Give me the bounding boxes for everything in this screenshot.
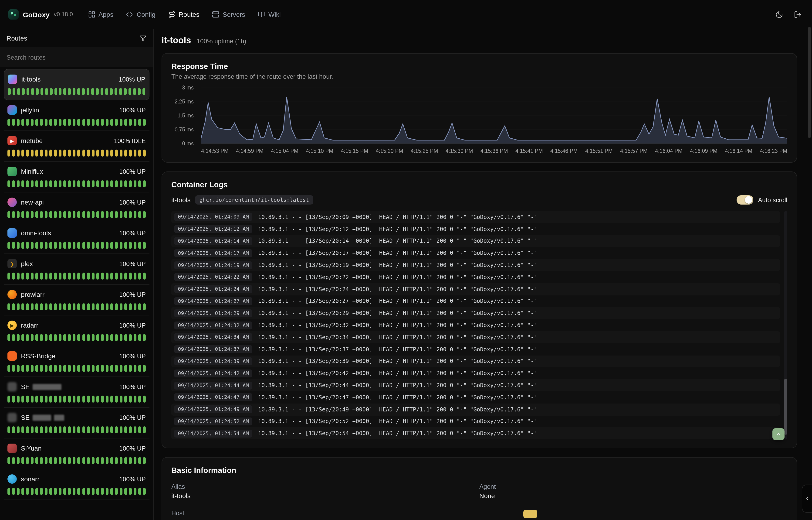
route-item-prowlarr[interactable]: prowlarr 100% UP	[4, 285, 149, 315]
uptime-bar	[115, 119, 117, 126]
route-name: jellyfin	[21, 106, 39, 114]
uptime-bar	[63, 119, 66, 126]
uptime-bar	[54, 396, 57, 402]
log-scrollbar[interactable]	[784, 211, 787, 439]
log-message: 10.89.3.1 - - [13/Sep/20:52 +0000] "HEAD…	[258, 418, 537, 425]
route-item-omni-tools[interactable]: omni-tools 100% UP	[4, 223, 149, 254]
log-row: 09/14/2025, 01:24:29 AM 10.89.3.1 - - [1…	[171, 307, 780, 319]
uptime-bar	[78, 150, 80, 157]
uptime-bar	[50, 119, 52, 126]
route-status-badge: 100% IDLE	[114, 137, 146, 144]
route-name: new-api	[21, 199, 44, 206]
route-uptime-bars	[7, 365, 146, 372]
redacted-text	[32, 414, 51, 420]
uptime-bar	[63, 488, 66, 495]
x-tick-label: 4:15:10 PM	[306, 148, 333, 154]
log-row: 09/14/2025, 01:24:34 AM 10.89.3.1 - - [1…	[171, 331, 780, 343]
uptime-bar	[129, 488, 132, 495]
nav-item-wiki[interactable]: Wiki	[258, 11, 281, 18]
theme-toggle-button[interactable]	[775, 10, 783, 19]
uptime-bar	[21, 488, 24, 495]
uptime-bar	[124, 334, 127, 341]
scroll-top-button[interactable]	[773, 428, 785, 440]
collapse-panel-tab[interactable]	[802, 485, 812, 513]
filter-button[interactable]	[140, 35, 147, 42]
uptime-bar	[26, 488, 29, 495]
uptime-bar	[31, 272, 33, 280]
route-item-miniflux[interactable]: Miniflux 100% UP	[4, 162, 149, 192]
uptime-bar	[59, 365, 62, 372]
x-tick-label: 4:16:14 PM	[725, 148, 752, 154]
log-viewer[interactable]: 09/14/2025, 01:24:09 AM 10.89.3.1 - - [1…	[171, 211, 787, 439]
uptime-bar	[68, 211, 71, 218]
route-item-metube[interactable]: ▶ metube 100% IDLE	[4, 131, 149, 162]
sidebar-search	[0, 48, 153, 67]
uptime-bar	[54, 334, 57, 341]
uptime-bar	[115, 365, 117, 372]
uptime-bar	[26, 272, 29, 280]
route-row: ❯ plex 100% UP	[7, 259, 146, 268]
uptime-bar	[40, 334, 43, 341]
uptime-bar	[134, 150, 136, 157]
x-tick-label: 4:16:04 PM	[655, 148, 682, 154]
uptime-bar	[35, 211, 38, 218]
log-row: 09/14/2025, 01:24:17 AM 10.89.3.1 - - [1…	[171, 247, 780, 259]
uptime-bar	[120, 396, 122, 402]
info-field-host: Host	[171, 510, 479, 520]
route-item-rss-bridge[interactable]: RSS-Bridge 100% UP	[4, 346, 149, 377]
uptime-bar	[106, 211, 108, 218]
uptime-bar	[143, 426, 146, 433]
response-time-subtitle: The average response time of the route o…	[171, 73, 787, 80]
nav-item-apps[interactable]: Apps	[88, 11, 113, 18]
nav-item-servers[interactable]: Servers	[212, 11, 245, 18]
uptime-bar	[50, 488, 52, 495]
log-row: 09/14/2025, 01:24:47 AM 10.89.3.1 - - [1…	[171, 391, 780, 404]
uptime-bar	[120, 119, 122, 126]
uptime-bar	[12, 211, 15, 218]
uptime-bar	[21, 119, 24, 126]
search-input[interactable]	[0, 48, 153, 67]
uptime-bar	[17, 334, 20, 341]
uptime-bar	[68, 119, 71, 126]
uptime-bar	[21, 272, 24, 280]
route-item-se[interactable]: SE 100% UP	[4, 408, 149, 439]
route-item-it-tools[interactable]: it-tools 100% UP	[4, 69, 149, 100]
uptime-bar	[138, 88, 140, 95]
uptime-bar	[54, 119, 57, 126]
log-timestamp-chip: 09/14/2025, 01:24:39 AM	[174, 357, 253, 365]
uptime-bar	[138, 272, 141, 280]
uptime-bar	[124, 457, 127, 464]
chevron-left-icon	[804, 496, 810, 501]
nav-item-config[interactable]: Config	[126, 11, 156, 18]
page-scrollbar-thumb[interactable]	[808, 27, 811, 138]
log-timestamp-chip: 09/14/2025, 01:24:27 AM	[174, 297, 253, 305]
nav-item-routes[interactable]: Routes	[168, 11, 199, 18]
route-item-siyuan[interactable]: SiYuan 100% UP	[4, 439, 149, 469]
logout-button[interactable]	[794, 10, 802, 19]
uptime-bar	[110, 180, 113, 187]
uptime-bar	[106, 488, 108, 495]
uptime-bar	[50, 365, 52, 372]
route-item-sonarr[interactable]: sonarr 100% UP	[4, 469, 149, 500]
log-row: 09/14/2025, 01:24:54 AM 10.89.3.1 - - [1…	[171, 427, 780, 440]
uptime-bar	[35, 272, 38, 280]
route-item-se[interactable]: SE 100% UP	[4, 377, 149, 408]
route-item-new-api[interactable]: new-api 100% UP	[4, 192, 149, 223]
uptime-bar	[115, 211, 117, 218]
uptime-bar	[21, 334, 24, 341]
uptime-bar	[143, 119, 146, 126]
uptime-bar	[40, 150, 43, 157]
route-item-radarr[interactable]: ▶ radarr 100% UP	[4, 315, 149, 346]
y-tick-label: 2.25 ms	[175, 99, 194, 104]
route-item-jellyfin[interactable]: jellyfin 100% UP	[4, 100, 149, 131]
log-row: 09/14/2025, 01:24:24 AM 10.89.3.1 - - [1…	[171, 283, 780, 295]
uptime-bar	[12, 242, 15, 249]
uptime-bar	[50, 242, 52, 249]
uptime-bar	[45, 272, 48, 280]
uptime-bar	[96, 119, 99, 126]
auto-scroll-toggle[interactable]	[736, 195, 753, 205]
route-item-plex[interactable]: ❯ plex 100% UP	[4, 254, 149, 285]
log-scrollbar-thumb[interactable]	[784, 379, 787, 435]
uptime-bar	[82, 88, 85, 95]
uptime-bar	[21, 426, 24, 433]
